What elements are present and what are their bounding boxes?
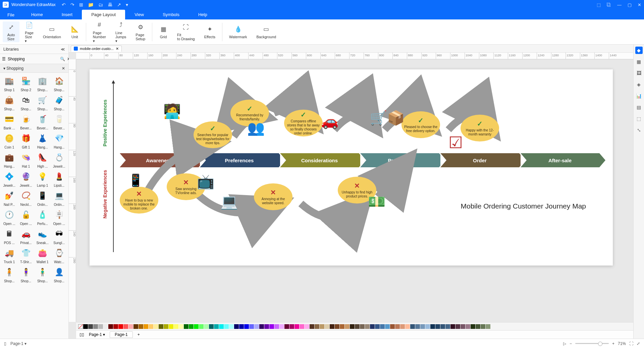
color-swatch[interactable] xyxy=(118,324,123,329)
color-swatch[interactable] xyxy=(315,324,319,329)
library-item[interactable]: 🪙Coin 1 xyxy=(1,131,17,150)
color-swatch[interactable] xyxy=(370,324,375,329)
tab-insert[interactable]: Insert xyxy=(52,10,82,19)
library-item[interactable]: 💼Hang... xyxy=(1,151,17,169)
experience-bubble[interactable]: ✓Compares offline stores that is far awa… xyxy=(284,110,323,136)
color-swatch[interactable] xyxy=(420,324,425,329)
color-swatch[interactable] xyxy=(410,324,415,329)
color-swatch[interactable] xyxy=(239,324,244,329)
library-item[interactable]: 💡Lamp 1 xyxy=(35,170,51,188)
zoom-out-icon[interactable]: − xyxy=(570,341,572,346)
color-swatch[interactable] xyxy=(380,324,385,329)
color-swatch[interactable] xyxy=(279,324,284,329)
library-item[interactable]: 🧴Perfu... xyxy=(35,208,51,226)
color-swatch[interactable] xyxy=(254,324,259,329)
library-item[interactable]: ⌚Watc... xyxy=(51,246,67,265)
library-item[interactable]: 🧍Shop... xyxy=(1,265,17,284)
color-swatch[interactable] xyxy=(174,324,178,329)
color-swatch[interactable] xyxy=(305,324,309,329)
library-item[interactable]: 💄Lipsti... xyxy=(51,170,67,188)
canvas-viewport[interactable]: Positive Experiences Negative Experience… xyxy=(76,59,633,322)
view-single-icon[interactable]: ▯ xyxy=(4,341,6,346)
library-item[interactable]: 🥛Bever... xyxy=(51,112,67,131)
color-swatch[interactable] xyxy=(274,324,279,329)
color-swatch[interactable] xyxy=(486,324,490,329)
color-swatch[interactable] xyxy=(335,324,339,329)
ribbon-background[interactable]: ▭Background xyxy=(252,23,280,40)
ribbon-grid[interactable]: ▦Grid xyxy=(155,23,172,40)
library-item[interactable]: 🔓Open ... xyxy=(18,208,34,226)
color-swatch[interactable] xyxy=(320,324,324,329)
color-swatch[interactable] xyxy=(209,324,214,329)
color-swatch[interactable] xyxy=(144,324,148,329)
filter-icon[interactable]: ☰ xyxy=(2,57,6,61)
color-swatch[interactable] xyxy=(98,324,103,329)
library-item[interactable]: 💻Onlin... xyxy=(51,189,67,207)
right-panel-icon[interactable]: ⤡ xyxy=(635,126,643,134)
color-swatch[interactable] xyxy=(219,324,224,329)
color-swatch[interactable] xyxy=(244,324,249,329)
play-icon[interactable]: ▷ xyxy=(563,341,566,346)
pages-icon[interactable]: ▯▯ xyxy=(79,332,84,337)
document-tab[interactable]: mobile-order-custo... ✕ xyxy=(71,46,122,52)
library-item[interactable]: 🍺Bever... xyxy=(18,112,34,131)
right-panel-icon[interactable]: 🖼 xyxy=(635,69,643,77)
stage-awareness[interactable]: Awareness xyxy=(120,153,199,167)
page-tab[interactable]: Page-1 xyxy=(110,331,133,338)
color-swatch[interactable] xyxy=(83,324,88,329)
library-item[interactable]: 👟Sneak... xyxy=(35,227,51,245)
library-item[interactable]: 🧍‍♀️Shop... xyxy=(18,265,34,284)
tab-help[interactable]: Help xyxy=(189,10,217,19)
category-header[interactable]: ▾ Shopping ✕ xyxy=(0,64,68,73)
color-swatch[interactable] xyxy=(234,324,239,329)
color-swatch[interactable] xyxy=(400,324,405,329)
search-icon[interactable]: 🔍 xyxy=(60,57,65,61)
library-item[interactable]: 💅Nail P... xyxy=(1,189,17,207)
library-item[interactable]: 🏢Shop... xyxy=(35,74,51,93)
color-swatch[interactable] xyxy=(481,324,485,329)
ribbon-effects[interactable]: ✦Effects xyxy=(200,23,219,40)
library-item[interactable]: 👗Hang... xyxy=(35,131,51,150)
tab-home[interactable]: Home xyxy=(22,10,52,19)
right-panel-icon[interactable]: ◆ xyxy=(635,47,643,54)
ribbon-page-number-[interactable]: #PageNumber▾ xyxy=(89,19,110,45)
color-swatch[interactable] xyxy=(194,324,199,329)
color-swatch[interactable] xyxy=(133,324,138,329)
color-swatch[interactable] xyxy=(340,324,344,329)
ribbon-page-setup[interactable]: ⚙PageSetup xyxy=(131,21,149,42)
color-swatch[interactable] xyxy=(300,324,304,329)
color-swatch[interactable] xyxy=(249,324,254,329)
option2-icon[interactable]: ⿻ xyxy=(607,2,611,7)
color-swatch[interactable] xyxy=(169,324,173,329)
library-item[interactable]: 📱Onlin... xyxy=(35,189,51,207)
tab-symbols[interactable]: Symbols xyxy=(153,10,189,19)
right-panel-icon[interactable]: ◈ xyxy=(635,81,643,88)
color-swatch[interactable] xyxy=(199,324,204,329)
save-icon[interactable]: 🗂 xyxy=(98,2,103,7)
color-swatch[interactable] xyxy=(289,324,294,329)
color-swatch[interactable] xyxy=(159,324,163,329)
color-swatch[interactable] xyxy=(103,324,108,329)
tab-view[interactable]: View xyxy=(125,10,153,19)
library-item[interactable]: 🚚Truck 1 xyxy=(1,246,17,265)
close-tab-icon[interactable]: ✕ xyxy=(116,47,119,51)
color-swatch[interactable] xyxy=(108,324,113,329)
color-swatch[interactable] xyxy=(184,324,189,329)
new-icon[interactable]: ⊞ xyxy=(79,2,83,7)
undo-icon[interactable]: ↶ xyxy=(62,2,66,7)
color-swatch[interactable] xyxy=(440,324,445,329)
color-swatch[interactable] xyxy=(390,324,395,329)
color-swatch[interactable] xyxy=(224,324,229,329)
ribbon-line-jumps-[interactable]: ⤴LineJumps▾ xyxy=(111,19,130,45)
library-item[interactable]: 💠Jewelr... xyxy=(1,170,17,188)
color-swatch[interactable] xyxy=(466,324,470,329)
stage-pre-order[interactable]: Pre-Order xyxy=(360,153,439,167)
experience-bubble[interactable]: ✕Annoying at the website speed. xyxy=(254,183,292,210)
library-item[interactable]: 🔮Jewelr... xyxy=(18,170,34,188)
color-swatch[interactable] xyxy=(179,324,183,329)
library-item[interactable]: 🧍‍♂️Shop... xyxy=(35,265,51,284)
color-swatch[interactable] xyxy=(259,324,264,329)
page-dropdown[interactable]: Page-1 ▾ xyxy=(10,341,26,346)
color-swatch[interactable] xyxy=(350,324,355,329)
color-swatch[interactable] xyxy=(476,324,480,329)
